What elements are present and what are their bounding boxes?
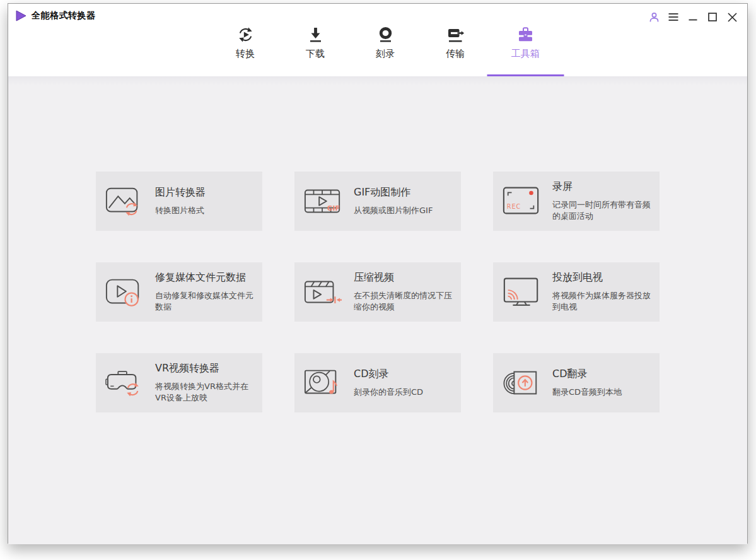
- card-subtitle: 记录同一时间所有带有音频的桌面活动: [552, 199, 653, 222]
- minimize-icon[interactable]: [686, 10, 700, 24]
- menu-icon[interactable]: [666, 10, 680, 24]
- card-cast-to-tv[interactable]: 投放到电视 将视频作为媒体服务器投放到电视: [493, 262, 660, 322]
- card-title: 投放到电视: [552, 271, 653, 284]
- window-controls: [647, 10, 739, 24]
- app-title: 全能格式转换器: [32, 10, 96, 21]
- card-subtitle: 自动修复和修改媒体文件元数据: [155, 290, 256, 313]
- tab-transfer-label: 传输: [446, 48, 465, 60]
- card-title: 压缩视频: [354, 271, 455, 284]
- gif-maker-icon: GIF: [303, 185, 342, 217]
- cd-rip-icon: [502, 367, 541, 399]
- user-icon[interactable]: [647, 10, 661, 24]
- burn-icon: [376, 25, 394, 44]
- card-subtitle: 在不损失清晰度的情况下压缩你的视频: [354, 290, 455, 313]
- card-subtitle: 翻录CD音频到本地: [552, 387, 653, 398]
- toolbox-icon: [516, 25, 534, 44]
- tab-convert[interactable]: 转换: [211, 25, 281, 76]
- tab-burn[interactable]: 刻录: [351, 25, 421, 76]
- rec-icon-text: REC: [507, 203, 521, 210]
- gif-icon-text: GIF: [327, 204, 340, 213]
- card-title: CD翻录: [552, 368, 653, 381]
- fix-metadata-icon: [105, 276, 144, 308]
- card-title: 录屏: [552, 180, 653, 194]
- tool-grid: 图片转换器 转换图片格式 GIF GIF: [8, 76, 747, 412]
- tab-toolbox[interactable]: 工具箱: [491, 25, 561, 76]
- card-subtitle: 将视频作为媒体服务器投放到电视: [552, 290, 653, 313]
- app-logo-icon: [15, 9, 27, 22]
- tab-toolbox-label: 工具箱: [511, 48, 540, 60]
- cd-burn-icon: [303, 367, 342, 399]
- close-icon[interactable]: [725, 10, 739, 24]
- main-nav: 转换 下载 刻录: [211, 25, 561, 76]
- image-converter-icon: [105, 185, 144, 217]
- card-title: GIF动图制作: [354, 186, 455, 199]
- toolbox-panel: 图片转换器 转换图片格式 GIF GIF: [8, 76, 747, 544]
- tab-burn-label: 刻录: [376, 48, 395, 60]
- titlebar: 全能格式转换器: [15, 9, 96, 22]
- card-screen-recorder[interactable]: REC 录屏 记录同一时间所有带有音频的桌面活动: [493, 172, 660, 231]
- maximize-icon[interactable]: [706, 10, 719, 24]
- tab-convert-label: 转换: [236, 48, 255, 60]
- vr-converter-icon: [105, 367, 144, 399]
- card-title: 修复媒体文件元数据: [155, 271, 256, 284]
- card-vr-converter[interactable]: VR视频转换器 将视频转换为VR格式并在VR设备上放映: [96, 353, 262, 412]
- tab-transfer[interactable]: 传输: [421, 25, 491, 76]
- app-window: 全能格式转换器: [8, 3, 748, 544]
- card-cd-rip[interactable]: CD翻录 翻录CD音频到本地: [493, 353, 660, 412]
- card-subtitle: 从视频或图片制作GIF: [354, 205, 455, 216]
- convert-icon: [236, 25, 254, 44]
- cast-to-tv-icon: [502, 276, 541, 308]
- transfer-icon: [446, 25, 464, 44]
- compress-video-icon: [303, 276, 342, 308]
- card-title: VR视频转换器: [155, 362, 256, 375]
- card-compress-video[interactable]: 压缩视频 在不损失清晰度的情况下压缩你的视频: [294, 262, 461, 322]
- download-icon: [306, 25, 324, 44]
- card-subtitle: 将视频转换为VR格式并在VR设备上放映: [155, 381, 256, 404]
- screen-recorder-icon: REC: [502, 185, 541, 217]
- header: 全能格式转换器: [8, 4, 747, 76]
- card-fix-metadata[interactable]: 修复媒体文件元数据 自动修复和修改媒体文件元数据: [96, 262, 262, 322]
- card-subtitle: 刻录你的音乐到CD: [354, 387, 455, 398]
- card-title: CD刻录: [354, 368, 455, 381]
- tab-download-label: 下载: [306, 48, 325, 60]
- tab-download[interactable]: 下载: [281, 25, 351, 76]
- card-gif-maker[interactable]: GIF GIF动图制作 从视频或图片制作GIF: [294, 172, 461, 231]
- card-subtitle: 转换图片格式: [155, 205, 256, 216]
- card-title: 图片转换器: [155, 186, 256, 199]
- card-image-converter[interactable]: 图片转换器 转换图片格式: [96, 172, 262, 231]
- card-cd-burn[interactable]: CD刻录 刻录你的音乐到CD: [294, 353, 461, 412]
